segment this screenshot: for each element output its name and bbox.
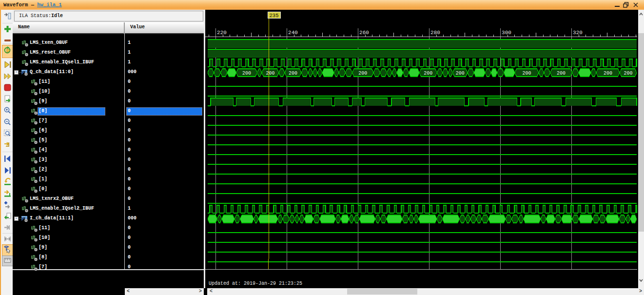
svg-text:320: 320 bbox=[573, 30, 583, 36]
svg-text:220: 220 bbox=[217, 30, 227, 36]
svg-text:260: 260 bbox=[359, 30, 369, 36]
svg-text:200: 200 bbox=[557, 71, 566, 76]
svg-text:200: 200 bbox=[523, 71, 531, 76]
svg-text:200: 200 bbox=[289, 71, 297, 76]
svg-text:200: 200 bbox=[456, 71, 465, 76]
svg-text:200: 200 bbox=[266, 71, 275, 76]
svg-text:200: 200 bbox=[242, 71, 251, 76]
svg-text:280: 280 bbox=[430, 30, 440, 36]
svg-text:300: 300 bbox=[502, 30, 511, 36]
svg-text:235: 235 bbox=[270, 13, 279, 19]
svg-text:200: 200 bbox=[604, 71, 612, 76]
svg-text:200: 200 bbox=[424, 71, 432, 76]
svg-text:200: 200 bbox=[624, 71, 633, 76]
svg-text:240: 240 bbox=[288, 30, 298, 36]
svg-text:200: 200 bbox=[358, 71, 367, 76]
